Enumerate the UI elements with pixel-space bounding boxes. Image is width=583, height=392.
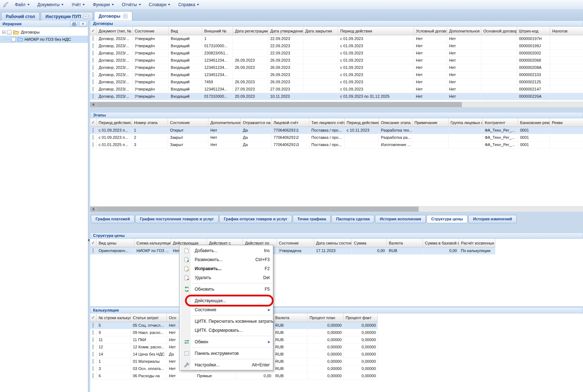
- menubar-item[interactable]: Словари: [145, 1, 175, 9]
- column-header[interactable]: Период действия л: [344, 118, 379, 127]
- search-binoculars-icon[interactable]: [70, 21, 78, 27]
- detail-tab[interactable]: График отпуска товаров и услуг: [219, 215, 292, 223]
- scroll-thumb[interactable]: [96, 102, 462, 107]
- menubar-item[interactable]: Учёт: [67, 1, 89, 9]
- column-header[interactable]: Штрих-код: [517, 27, 550, 35]
- row-checkbox[interactable]: [93, 373, 93, 378]
- stages-hscrollbar[interactable]: [90, 206, 583, 212]
- row-checkbox[interactable]: [93, 359, 93, 364]
- row-checkbox[interactable]: [93, 142, 93, 147]
- context-menu-item[interactable]: Обмен▶: [180, 337, 273, 346]
- context-menu-item[interactable]: Добавить...Ins: [180, 246, 273, 255]
- window-tab[interactable]: Инструкции ПУП×: [41, 12, 93, 21]
- column-header[interactable]: Налогов: [550, 27, 583, 35]
- column-header[interactable]: Период действия..: [96, 118, 132, 127]
- column-header[interactable]: Дата смены состоя: [314, 239, 352, 247]
- row-checkbox[interactable]: [93, 58, 93, 63]
- column-header[interactable]: Вид цены: [96, 239, 134, 247]
- row-checkbox[interactable]: [93, 65, 93, 70]
- column-header[interactable]: Примечание: [412, 118, 448, 127]
- row-checkbox[interactable]: [93, 36, 93, 41]
- column-header[interactable]: Сумма: [352, 239, 387, 247]
- row-checkbox[interactable]: [93, 50, 93, 56]
- column-header[interactable]: Схема калькуляци: [134, 239, 171, 247]
- table-row[interactable]: Договор, 2023/...УтверждёнВходящий122.09…: [90, 35, 583, 43]
- collapse-panel-icon[interactable]: «: [79, 21, 87, 27]
- tree-checkbox[interactable]: [11, 37, 16, 42]
- column-header[interactable]: Процент план: [307, 313, 343, 322]
- table-row[interactable]: Договор, 2023/...УтверждёнВходящий230823…: [90, 50, 583, 57]
- column-header[interactable]: Контрагент: [482, 118, 518, 127]
- row-checkbox[interactable]: [93, 94, 93, 99]
- tree-checkbox[interactable]: [7, 30, 12, 35]
- row-checkbox[interactable]: [93, 87, 93, 92]
- column-header[interactable]: Период действия: [338, 27, 414, 35]
- context-menu-item[interactable]: Исправить...F2: [180, 264, 273, 273]
- select-all-header[interactable]: ✓: [90, 118, 96, 127]
- detail-tab[interactable]: Паспорта сделки: [331, 215, 374, 223]
- column-header[interactable]: Расчёт косвенных: [459, 239, 495, 247]
- table-row[interactable]: Договор, 2023/...УтверждёнВходящий123451…: [90, 64, 583, 71]
- menubar-item[interactable]: Справка: [174, 1, 203, 9]
- column-header[interactable]: Внешний №: [202, 27, 233, 35]
- column-header[interactable]: Состояние: [277, 239, 314, 247]
- tree-expander-icon[interactable]: [2, 31, 5, 34]
- row-checkbox[interactable]: [93, 72, 93, 77]
- context-menu-item[interactable]: Действующая...: [180, 296, 273, 305]
- row-checkbox[interactable]: [93, 344, 93, 349]
- context-menu-item[interactable]: ЦИТК. Сформировать...: [180, 326, 273, 335]
- select-all-header[interactable]: ✓: [90, 239, 96, 247]
- table-row[interactable]: Договор, 2023/...УтверждёнВходящий745926…: [90, 79, 583, 86]
- column-header[interactable]: Валюта: [273, 313, 307, 322]
- table-row[interactable]: Договор, 2023/...УтверждёнВходящий123451…: [90, 71, 583, 79]
- menubar-item[interactable]: Отчёты: [118, 1, 145, 9]
- tab-close-icon[interactable]: ×: [84, 14, 88, 19]
- column-header[interactable]: Дополнительное с: [447, 27, 481, 35]
- row-checkbox[interactable]: [93, 330, 93, 335]
- window-tab[interactable]: Договоры×: [94, 11, 132, 21]
- column-header[interactable]: Описание этапа: [379, 118, 412, 127]
- column-header[interactable]: Тип лицевого счёт: [309, 118, 344, 127]
- table-row[interactable]: Договор, 2023/...УтверждёнВходящий017310…: [90, 93, 583, 100]
- menubar-item[interactable]: Функции: [89, 1, 118, 9]
- column-header[interactable]: Вид: [168, 27, 202, 35]
- tree-node[interactable]: Договоры: [0, 28, 88, 36]
- row-checkbox[interactable]: [93, 366, 93, 371]
- context-menu-item[interactable]: Размножить...Ctrl+F3: [180, 255, 273, 264]
- table-row[interactable]: Договор, 2023/...УтверждёнВходящий017310…: [90, 43, 583, 50]
- select-all-header[interactable]: ✓: [90, 27, 96, 35]
- column-header[interactable]: Группа лицевых сч: [448, 118, 482, 127]
- column-header[interactable]: Банковские реквиз: [518, 118, 549, 127]
- column-header[interactable]: Дата закрытия: [303, 27, 338, 35]
- column-header[interactable]: Основной договор: [481, 27, 517, 35]
- table-row[interactable]: с 01.01.2025 п...3ЗакрытНетДа7706406291\…: [90, 141, 583, 149]
- contracts-hscrollbar[interactable]: [90, 102, 583, 107]
- row-checkbox[interactable]: [93, 128, 93, 133]
- column-header[interactable]: Статья затрат: [131, 313, 167, 322]
- column-header[interactable]: Валюта: [387, 239, 423, 247]
- row-checkbox[interactable]: [93, 248, 93, 253]
- column-header[interactable]: Отражается на су: [240, 118, 271, 127]
- column-header[interactable]: Дополнительное с: [208, 118, 240, 127]
- row-checkbox[interactable]: [93, 135, 93, 140]
- detail-tab[interactable]: История изменений: [468, 215, 517, 223]
- column-header[interactable]: Состояние: [132, 27, 168, 35]
- table-row[interactable]: Ориентировоч...НИОКР по ГОЗ ...Нет27.10.…: [90, 247, 495, 255]
- detail-tab[interactable]: Точки графика: [293, 215, 331, 223]
- row-checkbox[interactable]: [93, 79, 93, 84]
- row-checkbox[interactable]: [93, 43, 93, 48]
- column-header[interactable]: Условный договор: [414, 27, 447, 35]
- column-header[interactable]: Номер этапа: [132, 118, 168, 127]
- tab-close-icon[interactable]: ×: [123, 14, 128, 18]
- context-menu-item[interactable]: Настройки...Alt+Enter: [180, 360, 273, 369]
- context-menu-item[interactable]: Панель инструментов: [180, 349, 273, 358]
- column-header[interactable]: Дата регистрации.: [233, 27, 268, 35]
- splitter-collapse-icon[interactable]: [88, 239, 89, 242]
- column-header[interactable]: Документ (тип, №: [96, 27, 132, 35]
- table-row[interactable]: Договор, 2023/...УтверждёнВходящий123451…: [90, 86, 583, 93]
- table-row[interactable]: 606 Расходы наНетПрямые0,00RUB0,000000,0…: [90, 373, 377, 380]
- context-menu-item[interactable]: УдалитьDel: [180, 273, 273, 282]
- window-tab[interactable]: Рабочий стол: [1, 12, 40, 21]
- context-menu-item[interactable]: ОбновитьF5: [180, 285, 273, 294]
- select-all-header[interactable]: ✓: [90, 313, 96, 322]
